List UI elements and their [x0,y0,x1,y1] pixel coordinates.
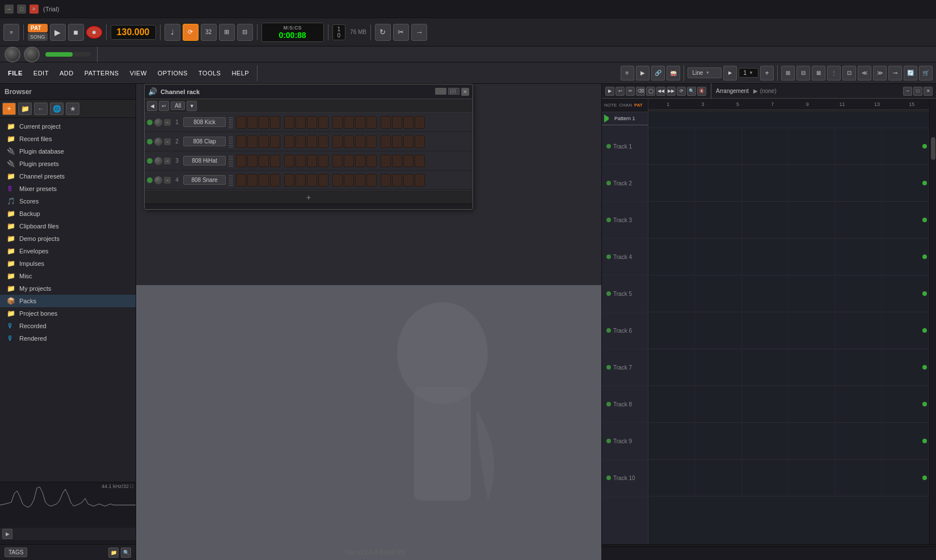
beat-step-1-7[interactable] [318,135,328,148]
beat-step-1-1[interactable] [247,135,258,148]
menu-view[interactable]: VIEW [125,68,151,78]
beat-step-0-9[interactable] [344,116,354,129]
menu-help[interactable]: HELP [227,68,254,78]
browser-item-misc[interactable]: 📁Misc [0,270,136,282]
ch-minus-2[interactable]: − [164,158,171,164]
grid-row-1[interactable] [648,128,929,165]
menu-tools[interactable]: TOOLS [194,68,226,78]
beat-step-3-2[interactable] [259,174,269,186]
beat-step-2-11[interactable] [366,155,377,167]
arr-close-min[interactable]: ─ [903,87,912,96]
line-mode-selector[interactable]: Line ▼ [688,67,722,78]
metronome-button[interactable]: ♩ [165,24,180,41]
refresh-button[interactable]: ↻ [375,24,391,41]
forward-button[interactable]: → [411,24,427,41]
beat-step-2-5[interactable] [296,155,306,167]
beat-step-1-8[interactable] [332,135,343,148]
beat-step-0-6[interactable] [307,116,317,129]
arr-btn9[interactable]: 🔄 [904,66,917,80]
ch-filter-all[interactable]: All [171,101,185,110]
grid-row-6[interactable] [648,312,929,349]
browser-recent-btn[interactable]: + [2,103,16,115]
beat-step-1-3[interactable] [270,135,280,148]
beat-step-0-12[interactable] [381,116,391,129]
arr-btn4[interactable]: ⋮ [827,66,841,80]
browser-item-current-project[interactable]: 📁Current project [0,120,136,133]
arr-pencil-icon[interactable]: ✏ [626,87,635,96]
beat-step-1-11[interactable] [366,135,377,148]
beat-step-1-6[interactable] [307,135,317,148]
main-volume-knob[interactable] [5,46,20,62]
grid-row-10[interactable] [648,460,929,497]
tags-button[interactable]: TAGS [5,548,27,557]
channel-rack-close-button[interactable]: ✕ [461,88,469,96]
browser-item-packs[interactable]: 📦Packs [0,295,136,307]
grid-row-2[interactable] [648,165,929,202]
channel-scrollbar[interactable] [145,203,473,209]
ch-name-2[interactable]: 808 HiHat [183,156,226,166]
beat-step-2-4[interactable] [284,155,294,167]
ch-drag-1[interactable] [229,136,233,147]
window-controls[interactable]: ─ □ ✕ [5,5,39,14]
play-button[interactable]: ▶ [50,24,66,41]
ch-vol-knob-2[interactable] [154,157,162,165]
bpm-display[interactable]: 130.000 [111,25,156,40]
record-button[interactable]: ⏺ [86,26,102,39]
beat-step-3-3[interactable] [270,174,280,186]
arr-mute-icon[interactable]: 🔇 [697,87,706,96]
beat-step-2-13[interactable] [392,155,402,167]
pattern1-play-icon[interactable] [604,114,612,122]
beat-step-1-15[interactable] [415,135,425,148]
browser-item-impulses[interactable]: 📁Impulses [0,257,136,270]
beat-step-2-2[interactable] [259,155,269,167]
beat-step-2-9[interactable] [344,155,354,167]
ch-name-3[interactable]: 808 Snare [183,175,226,185]
arr-btn8[interactable]: ⊸ [888,66,902,80]
arr-btn3[interactable]: ⊠ [812,66,825,80]
grid-row-4[interactable] [648,239,929,275]
beat-step-2-7[interactable] [318,155,328,167]
beat-step-0-15[interactable] [415,116,425,129]
add-pattern-btn[interactable]: + [760,66,774,80]
browser-globe-btn[interactable]: 🌐 [50,103,64,115]
song-mode-button[interactable]: SONG [28,33,48,41]
browse-search-icon[interactable]: 🔍 [121,548,131,558]
beat-step-3-14[interactable] [403,174,414,186]
ch-minus-0[interactable]: − [164,119,171,126]
ch-minus-1[interactable]: − [164,138,171,145]
beat-step-2-12[interactable] [381,155,391,167]
beat-step-3-7[interactable] [318,174,328,186]
beat-step-2-0[interactable] [236,155,246,167]
browser-item-clipboard-files[interactable]: 📁Clipboard files [0,220,136,232]
arr-zoom-icon[interactable]: 🔍 [687,87,696,96]
grid-row-5[interactable] [648,275,929,312]
ch-drag-0[interactable] [229,117,233,128]
arr-btn7[interactable]: ≫ [873,66,887,80]
minimize-icon[interactable]: ─ [5,5,14,14]
browser-item-recorded[interactable]: 🎙Recorded [0,320,136,332]
beat-step-2-1[interactable] [247,155,258,167]
beat-step-0-4[interactable] [284,116,294,129]
beat-step-2-3[interactable] [270,155,280,167]
options-button[interactable]: ≡ [3,24,19,41]
beat-step-3-4[interactable] [284,174,294,186]
grid-row-9[interactable] [648,423,929,460]
beat-step-3-13[interactable] [392,174,402,186]
menu-options[interactable]: OPTIONS [153,68,192,78]
ch-nav-undo[interactable]: ↩ [159,101,169,111]
arr-next-icon[interactable]: ▶▶ [667,87,676,96]
channel-row-3[interactable]: −4808 Snare [145,171,473,190]
grid-row-7[interactable] [648,349,929,386]
arr-prev-icon[interactable]: ◀◀ [656,87,665,96]
beat-step-3-1[interactable] [247,174,258,186]
beat-step-2-15[interactable] [415,155,425,167]
menu-patterns[interactable]: PATTERNS [80,68,124,78]
browser-item-plugin-presets[interactable]: 🔌Plugin presets [0,158,136,170]
beat-step-1-4[interactable] [284,135,294,148]
beat-step-2-8[interactable] [332,155,343,167]
master-pitch-knob[interactable] [24,46,40,62]
arr-btn10[interactable]: 🛒 [919,66,933,80]
ch-drag-2[interactable] [229,155,233,167]
browser-item-backup[interactable]: 📁Backup [0,207,136,220]
beat-step-3-0[interactable] [236,174,246,186]
